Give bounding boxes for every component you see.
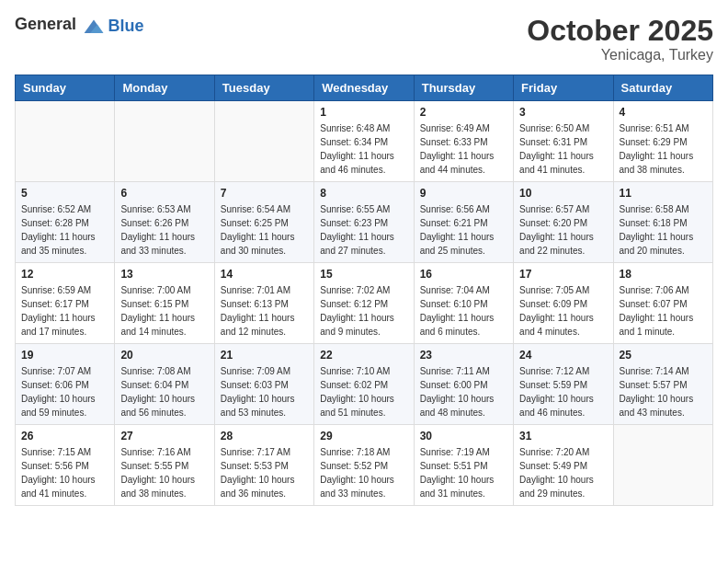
- day-info: Sunrise: 7:10 AM Sunset: 6:02 PM Dayligh…: [320, 364, 407, 419]
- day-info: Sunrise: 7:04 AM Sunset: 6:10 PM Dayligh…: [420, 283, 507, 339]
- day-number: 9: [420, 187, 507, 200]
- day-number: 22: [320, 349, 407, 362]
- calendar-cell: 17Sunrise: 7:05 AM Sunset: 6:09 PM Dayli…: [514, 263, 613, 344]
- calendar-cell: 4Sunrise: 6:51 AM Sunset: 6:29 PM Daylig…: [613, 101, 712, 182]
- day-number: 24: [519, 349, 607, 362]
- calendar-cell: [613, 425, 712, 506]
- day-info: Sunrise: 6:48 AM Sunset: 6:34 PM Dayligh…: [320, 121, 407, 177]
- calendar-cell: 11Sunrise: 6:58 AM Sunset: 6:18 PM Dayli…: [613, 182, 712, 263]
- logo: General Blue: [15, 15, 144, 37]
- calendar-cell: 19Sunrise: 7:07 AM Sunset: 6:06 PM Dayli…: [16, 344, 115, 425]
- calendar-cell: 16Sunrise: 7:04 AM Sunset: 6:10 PM Dayli…: [414, 263, 513, 344]
- calendar-cell: 21Sunrise: 7:09 AM Sunset: 6:03 PM Dayli…: [214, 344, 313, 425]
- calendar-cell: 27Sunrise: 7:16 AM Sunset: 5:55 PM Dayli…: [115, 425, 214, 506]
- weekday-header-sunday: Sunday: [16, 75, 115, 101]
- day-info: Sunrise: 6:53 AM Sunset: 6:26 PM Dayligh…: [120, 202, 208, 258]
- calendar-week-row: 12Sunrise: 6:59 AM Sunset: 6:17 PM Dayli…: [16, 263, 713, 344]
- calendar-cell: 15Sunrise: 7:02 AM Sunset: 6:12 PM Dayli…: [314, 263, 414, 344]
- day-number: 6: [120, 187, 208, 200]
- calendar-cell: 14Sunrise: 7:01 AM Sunset: 6:13 PM Dayli…: [214, 263, 313, 344]
- day-info: Sunrise: 6:55 AM Sunset: 6:23 PM Dayligh…: [320, 202, 407, 258]
- day-number: 25: [620, 349, 707, 362]
- day-info: Sunrise: 6:56 AM Sunset: 6:21 PM Dayligh…: [420, 202, 507, 258]
- day-number: 3: [519, 106, 607, 119]
- page-header: General Blue October 2025 Yenicaga, Turk…: [15, 15, 713, 63]
- day-number: 23: [420, 349, 507, 362]
- day-number: 13: [120, 268, 208, 281]
- calendar-cell: 25Sunrise: 7:14 AM Sunset: 5:57 PM Dayli…: [613, 344, 712, 425]
- calendar-cell: 10Sunrise: 6:57 AM Sunset: 6:20 PM Dayli…: [514, 182, 613, 263]
- day-number: 29: [320, 430, 407, 442]
- calendar-cell: 12Sunrise: 6:59 AM Sunset: 6:17 PM Dayli…: [16, 263, 115, 344]
- calendar-cell: 6Sunrise: 6:53 AM Sunset: 6:26 PM Daylig…: [115, 182, 214, 263]
- day-number: 26: [21, 430, 108, 442]
- day-info: Sunrise: 6:57 AM Sunset: 6:20 PM Dayligh…: [519, 202, 607, 258]
- calendar-cell: 30Sunrise: 7:19 AM Sunset: 5:51 PM Dayli…: [414, 425, 513, 506]
- location-title: Yenicaga, Turkey: [527, 47, 713, 63]
- logo-general: General: [15, 15, 76, 33]
- calendar-cell: 8Sunrise: 6:55 AM Sunset: 6:23 PM Daylig…: [314, 182, 414, 263]
- logo-blue: Blue: [108, 17, 144, 35]
- weekday-header-monday: Monday: [115, 75, 214, 101]
- calendar-cell: 31Sunrise: 7:20 AM Sunset: 5:49 PM Dayli…: [514, 425, 613, 506]
- calendar-cell: 29Sunrise: 7:18 AM Sunset: 5:52 PM Dayli…: [314, 425, 414, 506]
- day-info: Sunrise: 6:51 AM Sunset: 6:29 PM Dayligh…: [620, 121, 707, 177]
- day-info: Sunrise: 6:50 AM Sunset: 6:31 PM Dayligh…: [519, 121, 607, 177]
- calendar-cell: [214, 101, 313, 182]
- day-number: 21: [221, 349, 308, 362]
- calendar-cell: 18Sunrise: 7:06 AM Sunset: 6:07 PM Dayli…: [613, 263, 712, 344]
- calendar-cell: 23Sunrise: 7:11 AM Sunset: 6:00 PM Dayli…: [414, 344, 513, 425]
- title-block: October 2025 Yenicaga, Turkey: [527, 15, 713, 63]
- calendar-cell: 7Sunrise: 6:54 AM Sunset: 6:25 PM Daylig…: [214, 182, 313, 263]
- day-info: Sunrise: 7:12 AM Sunset: 5:59 PM Dayligh…: [519, 364, 607, 419]
- day-info: Sunrise: 7:19 AM Sunset: 5:51 PM Dayligh…: [420, 445, 507, 500]
- day-number: 2: [420, 106, 507, 119]
- day-info: Sunrise: 7:05 AM Sunset: 6:09 PM Dayligh…: [519, 283, 607, 339]
- day-number: 8: [320, 187, 407, 200]
- calendar-cell: [16, 101, 115, 182]
- weekday-header-wednesday: Wednesday: [314, 75, 414, 101]
- calendar-cell: 9Sunrise: 6:56 AM Sunset: 6:21 PM Daylig…: [414, 182, 513, 263]
- day-info: Sunrise: 7:15 AM Sunset: 5:56 PM Dayligh…: [21, 445, 108, 500]
- calendar-cell: [115, 101, 214, 182]
- day-info: Sunrise: 6:49 AM Sunset: 6:33 PM Dayligh…: [420, 121, 507, 177]
- weekday-header-friday: Friday: [514, 75, 613, 101]
- day-info: Sunrise: 7:14 AM Sunset: 5:57 PM Dayligh…: [620, 364, 707, 419]
- day-info: Sunrise: 7:08 AM Sunset: 6:04 PM Dayligh…: [120, 364, 208, 419]
- day-number: 14: [221, 268, 308, 281]
- day-number: 5: [21, 187, 108, 200]
- day-number: 20: [120, 349, 208, 362]
- day-info: Sunrise: 6:54 AM Sunset: 6:25 PM Dayligh…: [221, 202, 308, 258]
- day-info: Sunrise: 6:59 AM Sunset: 6:17 PM Dayligh…: [21, 283, 108, 339]
- day-number: 31: [519, 430, 607, 442]
- calendar-table: SundayMondayTuesdayWednesdayThursdayFrid…: [15, 75, 713, 506]
- day-number: 15: [320, 268, 407, 281]
- day-info: Sunrise: 6:52 AM Sunset: 6:28 PM Dayligh…: [21, 202, 108, 258]
- calendar-week-row: 5Sunrise: 6:52 AM Sunset: 6:28 PM Daylig…: [16, 182, 713, 263]
- day-info: Sunrise: 7:02 AM Sunset: 6:12 PM Dayligh…: [320, 283, 407, 339]
- day-number: 11: [620, 187, 707, 200]
- calendar-cell: 26Sunrise: 7:15 AM Sunset: 5:56 PM Dayli…: [16, 425, 115, 506]
- calendar-week-row: 1Sunrise: 6:48 AM Sunset: 6:34 PM Daylig…: [16, 101, 713, 182]
- logo-icon: [83, 15, 105, 37]
- calendar-cell: 28Sunrise: 7:17 AM Sunset: 5:53 PM Dayli…: [214, 425, 313, 506]
- day-number: 27: [120, 430, 208, 442]
- day-info: Sunrise: 6:58 AM Sunset: 6:18 PM Dayligh…: [620, 202, 707, 258]
- day-number: 12: [21, 268, 108, 281]
- day-number: 1: [320, 106, 407, 119]
- day-info: Sunrise: 7:20 AM Sunset: 5:49 PM Dayligh…: [519, 445, 607, 500]
- calendar-cell: 3Sunrise: 6:50 AM Sunset: 6:31 PM Daylig…: [514, 101, 613, 182]
- day-number: 16: [420, 268, 507, 281]
- day-info: Sunrise: 7:01 AM Sunset: 6:13 PM Dayligh…: [221, 283, 308, 339]
- weekday-header-row: SundayMondayTuesdayWednesdayThursdayFrid…: [16, 75, 713, 101]
- calendar-cell: 2Sunrise: 6:49 AM Sunset: 6:33 PM Daylig…: [414, 101, 513, 182]
- day-info: Sunrise: 7:00 AM Sunset: 6:15 PM Dayligh…: [120, 283, 208, 339]
- day-number: 10: [519, 187, 607, 200]
- day-number: 18: [620, 268, 707, 281]
- day-info: Sunrise: 7:07 AM Sunset: 6:06 PM Dayligh…: [21, 364, 108, 419]
- calendar-cell: 13Sunrise: 7:00 AM Sunset: 6:15 PM Dayli…: [115, 263, 214, 344]
- calendar-cell: 22Sunrise: 7:10 AM Sunset: 6:02 PM Dayli…: [314, 344, 414, 425]
- calendar-cell: 5Sunrise: 6:52 AM Sunset: 6:28 PM Daylig…: [16, 182, 115, 263]
- weekday-header-thursday: Thursday: [414, 75, 513, 101]
- calendar-cell: 20Sunrise: 7:08 AM Sunset: 6:04 PM Dayli…: [115, 344, 214, 425]
